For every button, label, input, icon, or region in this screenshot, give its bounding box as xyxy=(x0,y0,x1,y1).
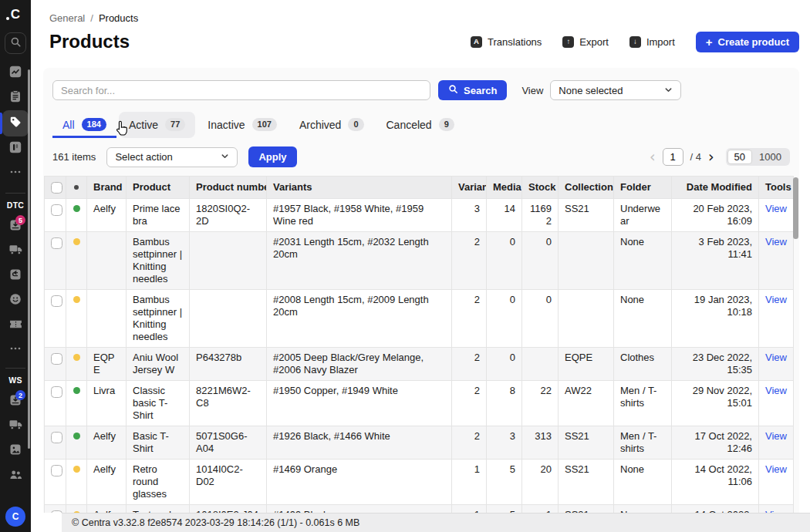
row-checkbox[interactable] xyxy=(51,465,62,476)
sidebar-search-button[interactable] xyxy=(5,32,26,54)
row-checkbox[interactable] xyxy=(51,386,62,398)
centra-logo[interactable]: C xyxy=(11,7,20,22)
tab-all[interactable]: All184 xyxy=(52,112,116,138)
cell-date: 3 Feb 2023, 11:41 xyxy=(672,232,759,290)
sidebar-item-showroom[interactable] xyxy=(2,136,29,161)
cell-media: 5 xyxy=(487,460,522,505)
sidebar-item-ws-accounts[interactable] xyxy=(2,462,29,487)
page-size-switch: 501000 xyxy=(726,148,790,166)
products-icon xyxy=(9,116,22,131)
tab-inactive[interactable]: Inactive107 xyxy=(197,112,287,138)
cell-media: 0 xyxy=(487,232,522,290)
row-checkbox[interactable] xyxy=(51,295,62,307)
page-size-50[interactable]: 50 xyxy=(727,150,752,164)
cell-product: Bambus settpinner | Knitting needles xyxy=(127,290,190,348)
sidebar-item-products[interactable] xyxy=(2,110,29,136)
tab-archived[interactable]: Archived0 xyxy=(289,112,374,138)
page-total: / 4 xyxy=(690,151,701,163)
col-header-media: Media xyxy=(487,177,522,199)
cell-folder: None xyxy=(614,460,672,505)
sidebar-item-ws-inbox[interactable]: 2 xyxy=(2,388,29,412)
sidebar-scrollbar[interactable] xyxy=(28,69,30,449)
cell-brand: Livra xyxy=(87,381,127,426)
breadcrumb-parent[interactable]: General xyxy=(49,12,85,24)
view-link[interactable]: View xyxy=(765,385,787,396)
status-dot-yellow xyxy=(73,354,80,361)
action-select[interactable]: Select action xyxy=(106,147,238,167)
products-panel: Search View None selected All184Active77… xyxy=(43,68,799,513)
row-checkbox[interactable] xyxy=(51,353,62,365)
row-checkbox[interactable] xyxy=(51,204,62,216)
tab-active[interactable]: Active77 xyxy=(119,112,195,138)
sidebar-item-dtc-inbox[interactable]: 5 xyxy=(2,213,29,237)
table-scrollbar[interactable] xyxy=(793,177,798,239)
view-select[interactable]: None selected xyxy=(550,80,681,100)
sidebar-item-more[interactable] xyxy=(2,161,29,186)
sidebar-item-dtc-truck[interactable] xyxy=(2,237,29,262)
inbox-icon: 2 xyxy=(9,394,22,406)
view-link[interactable]: View xyxy=(765,352,787,363)
row-checkbox[interactable] xyxy=(51,432,62,443)
next-page-button[interactable]: › xyxy=(708,150,714,164)
cell-number: 5071S0G6-A04 xyxy=(190,426,267,460)
prev-page-button[interactable]: ‹ xyxy=(650,150,656,164)
chevron-down-icon xyxy=(221,151,229,163)
page-size-1000[interactable]: 1000 xyxy=(752,150,788,164)
cell-stock: 0 xyxy=(522,290,559,348)
tab-count-badge: 77 xyxy=(165,118,185,131)
view-link[interactable]: View xyxy=(765,430,787,442)
sidebar-item-dtc-vouchers[interactable] xyxy=(2,311,29,336)
cell-stock: 20 xyxy=(522,460,559,505)
cell-collection: SS21 xyxy=(559,505,614,513)
cell-variants: #2005 Deep Black/Grey Melange, #2006 Nav… xyxy=(267,348,452,381)
returns-icon xyxy=(9,268,22,281)
cell-collection: SS21 xyxy=(559,199,614,232)
cell-media: 0 xyxy=(487,290,522,348)
cell-media: 3 xyxy=(487,426,522,460)
create-product-button[interactable]: + Create product xyxy=(696,32,799,52)
chevron-down-icon xyxy=(664,85,673,96)
cell-product: Bambus settpinner | Knitting needles xyxy=(127,232,190,290)
select-all-checkbox[interactable] xyxy=(51,182,62,194)
cell-variant: 1 xyxy=(452,460,487,505)
sidebar-item-ws-truck[interactable] xyxy=(2,412,29,437)
sidebar-item-orders[interactable] xyxy=(2,86,29,110)
cell-check xyxy=(45,460,66,505)
row-checkbox[interactable] xyxy=(51,510,62,513)
sidebar-item-dtc-returns[interactable] xyxy=(2,262,29,287)
table-row: Bambus settpinner | Knitting needles#200… xyxy=(45,290,794,348)
sidebar-item-analytics[interactable] xyxy=(2,61,29,86)
import-button[interactable]: ↓ Import xyxy=(629,36,675,48)
row-checkbox[interactable] xyxy=(51,237,62,249)
user-avatar[interactable]: C xyxy=(5,507,25,527)
cell-tools: View xyxy=(759,199,794,232)
cell-variant: 2 xyxy=(452,426,487,460)
sidebar-item-ws-media[interactable] xyxy=(2,437,29,462)
tab-canceled[interactable]: Canceled9 xyxy=(376,112,464,138)
sidebar-item-dtc-customers[interactable] xyxy=(2,287,29,311)
breadcrumb-current[interactable]: Products xyxy=(99,12,138,24)
translations-button[interactable]: A Translations xyxy=(471,36,542,48)
page-number-input[interactable] xyxy=(663,148,683,166)
col-header-date: Date Modified xyxy=(672,177,759,199)
cell-number: 8221M6W2-C8 xyxy=(190,381,267,426)
export-button[interactable]: ↑ Export xyxy=(562,36,609,48)
cell-variants: #2008 Length 15cm, #2009 Length 20cm xyxy=(267,290,452,348)
search-button[interactable]: Search xyxy=(438,80,507,100)
view-link[interactable]: View xyxy=(765,236,787,247)
analytics-icon xyxy=(9,66,22,81)
cell-brand: EQPE xyxy=(87,348,127,381)
search-icon xyxy=(10,36,22,51)
apply-button[interactable]: Apply xyxy=(248,146,296,167)
view-link[interactable]: View xyxy=(765,463,787,475)
cell-brand xyxy=(87,290,127,348)
view-link[interactable]: View xyxy=(765,294,787,305)
view-link[interactable]: View xyxy=(765,203,787,214)
notification-badge: 5 xyxy=(15,215,25,225)
sidebar-item-dtc-more[interactable] xyxy=(2,336,29,361)
search-input[interactable] xyxy=(52,80,430,100)
export-arrow-up-icon: ↑ xyxy=(562,36,574,48)
col-header-stock: Stock xyxy=(522,177,559,199)
import-arrow-down-icon: ↓ xyxy=(629,36,641,48)
inbox-icon: 5 xyxy=(9,219,22,231)
